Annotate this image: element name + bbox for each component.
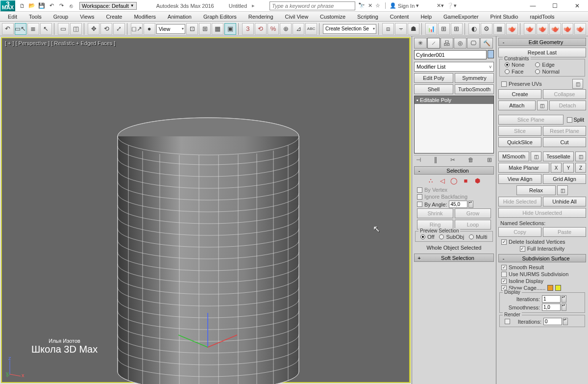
menu-content[interactable]: Content: [384, 13, 415, 21]
render-iter-check[interactable]: [505, 319, 510, 324]
menu-help[interactable]: Help: [415, 13, 438, 21]
cylinder-mesh[interactable]: [116, 117, 301, 384]
planar-z[interactable]: Z: [575, 163, 586, 173]
angle-snap[interactable]: ⟲: [255, 23, 267, 35]
tessellate-button[interactable]: Tessellate: [543, 152, 574, 161]
subsurf-rollout[interactable]: -Subdivision Surface: [498, 254, 586, 262]
menu-group[interactable]: Group: [48, 13, 74, 21]
menu-customize[interactable]: Customize: [314, 13, 351, 21]
shell-button[interactable]: Shell: [414, 84, 453, 94]
by-angle-check[interactable]: [417, 202, 422, 207]
exchange2-icon[interactable]: ✕▾: [437, 2, 444, 9]
help-icon[interactable]: ❔▾: [447, 2, 457, 9]
shrink-button[interactable]: Shrink: [417, 208, 453, 218]
menu-printstudio[interactable]: Print Studio: [485, 13, 524, 21]
help-search-input[interactable]: [270, 1, 355, 10]
polygon-level[interactable]: ■: [462, 177, 470, 184]
preview-off-radio[interactable]: [420, 234, 425, 239]
viewport-label[interactable]: [ + ] [ Perspective ] [ Realistic + Edge…: [5, 40, 116, 46]
grow-button[interactable]: Grow: [455, 208, 491, 218]
preview-multi-radio[interactable]: [469, 234, 474, 239]
constraint-face[interactable]: [505, 69, 510, 74]
viewport-perspective[interactable]: [ + ] [ Perspective ] [ Realistic + Edge…: [1, 37, 411, 383]
rotate-button[interactable]: ⟲: [100, 23, 112, 35]
select-button[interactable]: ▭↖: [15, 23, 26, 35]
window-crossing-button[interactable]: ◫: [70, 23, 82, 35]
render-frame-button[interactable]: ▦: [493, 23, 505, 35]
tess-settings[interactable]: ◫: [575, 152, 586, 161]
curve-editor-button[interactable]: 📊: [425, 23, 437, 35]
dope-sheet-button[interactable]: ⊞: [438, 23, 450, 35]
isoline-check[interactable]: [501, 279, 507, 284]
menu-tools[interactable]: Tools: [23, 13, 48, 21]
center-pivot-button[interactable]: ▣: [224, 23, 236, 35]
planar-x[interactable]: X: [551, 163, 562, 173]
workspace-selector[interactable]: Workspace: Default▼: [79, 2, 137, 10]
relax-button[interactable]: Relax: [516, 185, 556, 195]
menu-edit[interactable]: Edit: [2, 13, 23, 21]
text-button[interactable]: ABC: [305, 23, 317, 35]
spinner-snap[interactable]: ⊕: [280, 23, 292, 35]
menu-views[interactable]: Views: [74, 13, 100, 21]
mat-editor-button[interactable]: ◐: [468, 23, 480, 35]
unhide-all-button[interactable]: Unhide All: [543, 197, 586, 206]
slice-button[interactable]: Slice: [498, 126, 541, 136]
pin-stack-icon[interactable]: ⊣: [416, 156, 421, 163]
signin-button[interactable]: 👤 Sign In ▾: [385, 2, 419, 9]
remove-mod-icon[interactable]: 🗑: [468, 156, 474, 163]
preserve-uvs-check[interactable]: [501, 81, 507, 87]
axis-button[interactable]: ⊿: [293, 23, 304, 35]
edge-level[interactable]: ◁: [439, 177, 446, 184]
planar-y[interactable]: Y: [563, 163, 574, 173]
collapse-button[interactable]: Collapse: [543, 89, 586, 99]
coordsys-combo[interactable]: View: [156, 24, 186, 34]
center-button[interactable]: ▦: [212, 23, 223, 35]
minimize-button[interactable]: —: [522, 0, 544, 11]
modifier-list-combo[interactable]: Modifier List: [414, 62, 494, 72]
display-tab[interactable]: 🖵: [467, 38, 480, 49]
move-button[interactable]: ✥: [88, 23, 99, 35]
menu-rendering[interactable]: Rendering: [243, 13, 279, 21]
percent-snap[interactable]: %: [268, 23, 279, 35]
binoculars-icon[interactable]: 🔭: [358, 2, 365, 9]
redo-icon[interactable]: ↷: [57, 1, 66, 10]
close-button[interactable]: ✕: [566, 0, 588, 11]
element-level[interactable]: ⬢: [474, 177, 482, 184]
create-button[interactable]: Create: [498, 89, 541, 99]
edit-geometry-rollout[interactable]: -Edit Geometry: [498, 38, 586, 46]
snap-toggle[interactable]: 3: [242, 23, 254, 35]
quickslice-button[interactable]: QuickSlice: [498, 137, 541, 147]
menu-gameexporter[interactable]: GameExporter: [438, 13, 485, 21]
configure-icon[interactable]: ⊞: [487, 156, 492, 163]
teapot4-icon[interactable]: 🫖: [562, 23, 574, 35]
preserve-uvs-settings[interactable]: ◫: [572, 79, 583, 89]
teapot2-icon[interactable]: 🫖: [537, 23, 548, 35]
selectlink-button[interactable]: ⊞: [199, 23, 211, 35]
menu-scripting[interactable]: Scripting: [351, 13, 384, 21]
star-icon[interactable]: ☆: [375, 2, 380, 9]
stack-editable-poly[interactable]: ▪ Editable Poly: [415, 96, 493, 104]
full-interactivity-check[interactable]: [520, 246, 525, 252]
scale-button[interactable]: ⤢: [113, 23, 125, 35]
display-iter-spinner[interactable]: [542, 295, 561, 303]
view-align-button[interactable]: View Align: [498, 174, 541, 184]
object-name-field[interactable]: Cylinder001: [414, 50, 487, 59]
menu-modifiers[interactable]: Modifiers: [128, 13, 162, 21]
cut-button[interactable]: Cut: [543, 137, 586, 147]
split-check[interactable]: [567, 117, 572, 123]
align-button[interactable]: ⫟: [395, 23, 407, 35]
constraint-none[interactable]: [505, 62, 510, 67]
menu-rapidtools[interactable]: rapidTools: [524, 13, 560, 21]
copy-ns-button[interactable]: Copy: [498, 227, 541, 237]
cage-color-1[interactable]: [547, 285, 553, 291]
selection-rollout[interactable]: -Selection: [414, 166, 494, 175]
teapot3-icon[interactable]: 🫖: [549, 23, 561, 35]
app-logo[interactable]: 3MAX: [0, 0, 15, 11]
hide-selected-button[interactable]: Hide Selected: [498, 197, 541, 206]
teapot1-icon[interactable]: 🫖: [524, 23, 536, 35]
hide-unselected-button[interactable]: Hide Unselected: [498, 208, 586, 218]
select-object-button[interactable]: ↖: [40, 23, 52, 35]
selectlist-button[interactable]: ≣: [27, 23, 39, 35]
maximize-button[interactable]: ☐: [544, 0, 566, 11]
soft-selection-rollout[interactable]: +Soft Selection: [414, 254, 494, 262]
